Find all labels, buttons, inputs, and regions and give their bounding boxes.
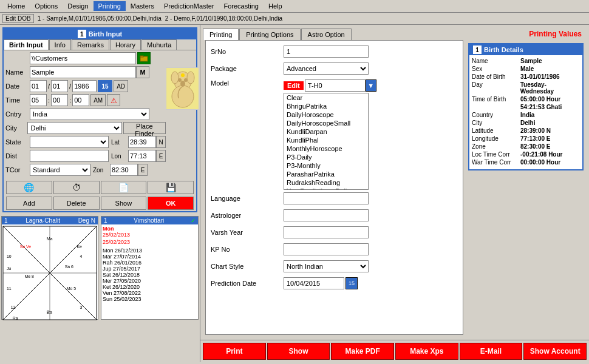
dist-input[interactable]	[30, 150, 109, 162]
lon-input[interactable]	[128, 150, 156, 162]
am-pm-button[interactable]: AM	[90, 94, 106, 106]
menu-options[interactable]: Options	[30, 1, 63, 11]
date-day-input[interactable]	[30, 80, 47, 92]
make-xps-button[interactable]: Make Xps	[395, 343, 458, 360]
model-item-kundli-darpan[interactable]: KundliDarpan	[284, 127, 368, 136]
zon-dir-button[interactable]: E	[138, 164, 148, 176]
tab-muhurta[interactable]: Muhurta	[141, 39, 177, 50]
bd-ghati-val: 54:21:53 Ghati	[520, 104, 562, 110]
tab-printing-options[interactable]: Printing Options	[239, 29, 300, 40]
model-item-daily-small[interactable]: DailyHoroscopeSmall	[284, 119, 368, 127]
menu-home[interactable]: Home	[2, 1, 30, 11]
bd-day-val: Tuesday-Wednesday	[520, 81, 580, 95]
model-item-monthly[interactable]: MonthlyHoroscope	[284, 144, 368, 153]
bd-sex-row: Sex Male	[472, 66, 580, 72]
vimsh-item-8: Ven 27/08/2022	[103, 290, 197, 296]
menu-design[interactable]: Design	[63, 1, 93, 11]
model-section: Edit ▼ Clear BhriguPatrika DailyHoroscop…	[284, 79, 376, 190]
chart-style-select[interactable]: North Indian South Indian	[284, 260, 369, 272]
model-item-p3daily[interactable]: P3-Daily	[284, 153, 368, 161]
tab-horary[interactable]: Horary	[110, 39, 141, 50]
show-account-button[interactable]: Show Account	[523, 343, 587, 360]
tcor-select[interactable]: Standard	[30, 164, 90, 176]
model-item-parashar[interactable]: ParasharPatrika	[284, 170, 368, 178]
srno-input[interactable]	[284, 46, 369, 58]
time-min-input[interactable]	[51, 94, 68, 106]
model-item-rudraksh[interactable]: RudrakshReading	[284, 178, 368, 187]
delete-button[interactable]: Delete	[53, 197, 100, 210]
add-button[interactable]: Add	[6, 197, 52, 210]
place-finder-button[interactable]: Place Finder	[123, 122, 166, 134]
show-print-button[interactable]: Show	[267, 343, 330, 360]
show-button[interactable]: Show	[101, 197, 147, 210]
clock-button[interactable]: ⏱	[53, 181, 100, 194]
bd-wtcorr-val: 00:00:00 Hour	[520, 159, 560, 166]
time-sec-input[interactable]	[72, 94, 89, 106]
city-select[interactable]: Delhi	[27, 122, 121, 134]
ok-button[interactable]: OK	[148, 197, 194, 210]
name-m-button[interactable]: M	[136, 66, 149, 78]
bd-ltcorr-val: -00:21:08 Hour	[520, 151, 562, 158]
model-item-clear[interactable]: Clear	[284, 93, 368, 102]
lat-dir-button[interactable]: N	[156, 136, 166, 148]
lagna-deg: Deg N	[78, 217, 95, 224]
ad-button[interactable]: AD	[114, 80, 128, 92]
time-hour-input[interactable]	[30, 94, 47, 106]
prediction-date-input[interactable]	[284, 277, 344, 289]
prediction-date-cal-btn[interactable]: 15	[346, 277, 358, 289]
menu-forecasting[interactable]: Forecasting	[219, 1, 263, 11]
menu-predictionmaster[interactable]: PredictionMaster	[159, 1, 219, 11]
model-dropdown-arrow[interactable]: ▼	[366, 79, 376, 92]
model-item-bhrigu[interactable]: BhriguPatrika	[284, 102, 368, 110]
date-month-input[interactable]	[51, 80, 68, 92]
model-item-kundli-phal[interactable]: KundliPhal	[284, 136, 368, 144]
language-input[interactable]	[284, 192, 369, 204]
country-select[interactable]: India	[30, 108, 149, 120]
package-select[interactable]: Advanced	[284, 62, 369, 75]
make-pdf-button[interactable]: Make PDF	[331, 343, 394, 360]
menu-masters[interactable]: Masters	[126, 1, 159, 11]
kp-no-input[interactable]	[284, 243, 369, 255]
lon-dir-button[interactable]: E	[156, 150, 166, 162]
astrologer-input[interactable]	[284, 209, 369, 221]
print-tabs: Printing Printing Options Astro Option	[203, 27, 466, 40]
bd-lat-val: 28:39:00 N	[520, 127, 551, 134]
state-select[interactable]	[30, 136, 109, 148]
day-num-button[interactable]: 15	[98, 80, 112, 92]
tab-remarks[interactable]: Remarks	[72, 39, 109, 50]
tab-astro-option[interactable]: Astro Option	[301, 29, 352, 40]
edit-dob-button[interactable]: Edit DOB	[2, 14, 34, 23]
doc-button[interactable]: 📄	[101, 181, 147, 194]
print-button[interactable]: Print	[203, 343, 266, 360]
svg-text:Me 8: Me 8	[25, 274, 35, 278]
model-item-p3monthly[interactable]: P3-Monthly	[284, 161, 368, 170]
svg-text:Ju: Ju	[7, 266, 11, 271]
save-button[interactable]: 💾	[148, 181, 194, 194]
model-input[interactable]	[305, 79, 366, 92]
menu-printing[interactable]: Printing	[94, 1, 126, 11]
svg-text:3: 3	[80, 305, 82, 309]
ganesha-svg	[168, 69, 198, 109]
model-item-yeardaily[interactable]: YearPredictions-Daily	[284, 187, 368, 190]
lagna-chart-panel: 1 Lagna-Chalit Deg N	[1, 216, 98, 320]
name-input[interactable]	[30, 66, 136, 78]
lagna-title: Lagna-Chalit	[26, 217, 60, 224]
globe-button[interactable]: 🌐	[6, 181, 52, 194]
folder-browse-btn[interactable]	[137, 52, 151, 64]
tab-info[interactable]: Info	[49, 39, 71, 50]
model-item-daily[interactable]: DailyHoroscope	[284, 110, 368, 119]
date-year-input[interactable]	[72, 80, 97, 92]
svg-text:11: 11	[7, 286, 12, 291]
email-button[interactable]: E-Mail	[460, 343, 523, 360]
kp-no-row: KP No	[211, 243, 458, 255]
time-warning-icon[interactable]: ⚠	[107, 94, 120, 106]
lat-input[interactable]	[128, 136, 156, 148]
tab-birth-input[interactable]: Birth Input	[4, 39, 49, 50]
varsh-year-input[interactable]	[284, 226, 369, 238]
model-edit-button[interactable]: Edit	[284, 81, 304, 90]
tab-printing[interactable]: Printing	[203, 29, 239, 40]
zon-input[interactable]	[110, 164, 138, 176]
bd-wtcorr-key: War Time Corr	[472, 159, 520, 166]
folder-input[interactable]	[30, 52, 136, 64]
menu-help[interactable]: Help	[264, 1, 287, 11]
